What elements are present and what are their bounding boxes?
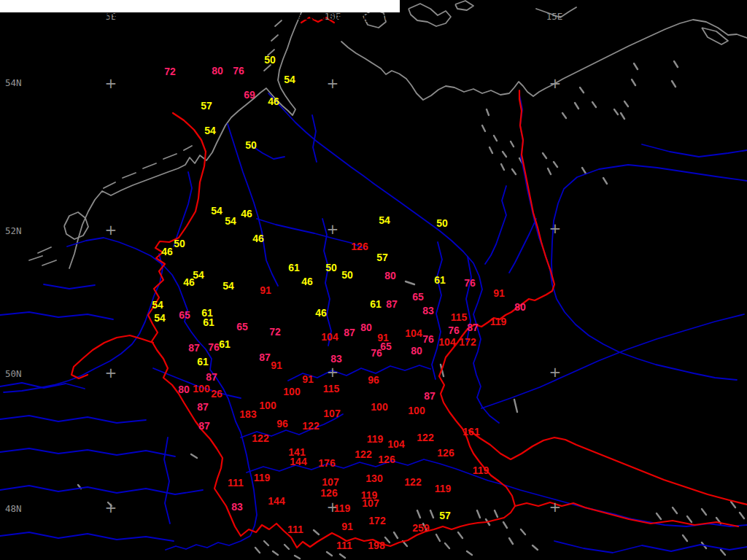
- station-gust-value: 119: [334, 504, 351, 513]
- station-gust-value: 46: [252, 234, 264, 243]
- station-gust-value: 122: [417, 433, 433, 442]
- station-gust-value: 69: [244, 90, 255, 99]
- grid-cross-icon: +: [549, 76, 562, 90]
- station-gust-value: 61: [434, 276, 446, 284]
- station-gust-value: 87: [467, 323, 479, 332]
- station-gust-value: 126: [378, 455, 395, 464]
- station-gust-value: 80: [384, 271, 396, 280]
- station-gust-value: 50: [325, 263, 337, 272]
- grid-cross-icon: +: [105, 365, 117, 380]
- station-gust-value: 61: [197, 357, 209, 366]
- station-gust-value: 50: [341, 271, 353, 279]
- station-gust-value: 46: [268, 97, 279, 106]
- latitude-label: 54N: [5, 77, 22, 88]
- station-gust-value: 176: [318, 459, 335, 467]
- station-gust-value: 54: [284, 75, 295, 84]
- grid-cross-icon: +: [549, 221, 562, 236]
- station-gust-value: 96: [368, 376, 379, 384]
- station-gust-value: 100: [283, 387, 300, 396]
- station-gust-value: 83: [231, 502, 243, 511]
- station-gust-value: 100: [259, 401, 276, 410]
- station-gust-value: 107: [362, 499, 379, 508]
- station-gust-value: 80: [411, 346, 422, 355]
- station-gust-value: 87: [198, 421, 210, 430]
- station-gust-value: 46: [315, 308, 327, 317]
- grid-cross-icon: +: [327, 76, 339, 90]
- station-gust-value: 111: [336, 541, 352, 550]
- station-gust-value: 46: [241, 209, 252, 218]
- station-gust-value: 172: [459, 338, 476, 346]
- station-gust-value: 26: [211, 389, 222, 398]
- station-gust-value: 83: [330, 354, 342, 363]
- station-gust-value: 172: [368, 516, 385, 525]
- station-gust-value: 80: [178, 385, 190, 394]
- grid-cross-icon: +: [105, 222, 117, 237]
- station-gust-value: 198: [368, 541, 384, 550]
- station-gust-value: 87: [344, 328, 355, 337]
- station-gust-value: 61: [370, 300, 382, 308]
- station-gust-value: 46: [301, 277, 313, 286]
- grid-cross-icon: +: [327, 222, 339, 236]
- station-gust-value: 87: [206, 373, 217, 381]
- station-gust-value: 72: [269, 327, 281, 336]
- station-gust-value: 61: [219, 340, 231, 349]
- grid-cross-icon: +: [549, 365, 562, 379]
- station-gust-value: 122: [302, 421, 319, 430]
- station-gust-value: 54: [211, 206, 222, 215]
- station-gust-value: 104: [438, 338, 455, 346]
- station-gust-value: 46: [161, 247, 173, 256]
- grid-cross-icon: +: [105, 500, 117, 515]
- station-gust-value: 46: [183, 278, 195, 287]
- weather-map: SON 26.12.99 18:00 UTC Bodenwettermeldun…: [0, 0, 747, 560]
- map-title: SON 26.12.99 18:00 UTC Bodenwettermeldun…: [12, 11, 396, 22]
- station-gust-value: 54: [152, 300, 163, 309]
- station-gust-value: 91: [341, 522, 353, 531]
- station-gust-value: 57: [201, 101, 212, 110]
- station-gust-value: 80: [212, 66, 223, 75]
- station-gust-value: 104: [321, 332, 338, 341]
- station-gust-value: 72: [164, 67, 176, 76]
- grid-cross-icon: +: [105, 76, 117, 90]
- station-gust-value: 76: [464, 279, 476, 287]
- station-gust-value: 87: [259, 353, 271, 362]
- station-gust-value: 50: [436, 219, 448, 228]
- station-gust-value: 65: [412, 292, 424, 301]
- station-gust-value: 100: [408, 406, 425, 415]
- station-gust-value: 76: [448, 326, 460, 335]
- station-gust-value: 54: [204, 126, 216, 135]
- station-gust-value: 122: [252, 434, 268, 443]
- station-gust-value: 80: [514, 303, 526, 311]
- station-gust-value: 126: [320, 489, 337, 497]
- station-gust-value: 54: [222, 281, 234, 290]
- station-gust-value: 161: [462, 427, 479, 436]
- coastline-layer: [29, 0, 747, 268]
- station-gust-value: 115: [323, 384, 340, 393]
- station-gust-value: 122: [404, 478, 421, 486]
- station-gust-value: 111: [228, 478, 244, 487]
- station-gust-value: 76: [371, 349, 382, 357]
- grid-cross-icon: +: [327, 365, 339, 379]
- station-gust-value: 126: [351, 242, 368, 251]
- station-gust-value: 87: [197, 402, 209, 411]
- station-gust-value: 50: [174, 239, 185, 248]
- station-gust-value: 100: [193, 384, 209, 393]
- station-gust-value: 100: [371, 402, 387, 411]
- station-gust-value: 104: [405, 329, 422, 338]
- title-bar: SON 26.12.99 18:00 UTC Bodenwettermeldun…: [0, 0, 400, 12]
- station-gust-value: 122: [355, 450, 371, 459]
- latitude-label: 52N: [5, 225, 22, 236]
- latitude-label: 48N: [5, 503, 22, 514]
- station-gust-value: 119: [490, 317, 507, 326]
- station-gust-value: 119: [473, 466, 489, 475]
- station-gust-value: 91: [302, 375, 314, 384]
- station-gust-value: 107: [322, 478, 338, 486]
- station-gust-value: 54: [154, 314, 166, 322]
- station-gust-value: 57: [376, 253, 388, 262]
- station-gust-value: 111: [287, 525, 303, 534]
- station-gust-value: 183: [239, 410, 256, 419]
- station-gust-value: 65: [236, 322, 248, 331]
- station-gust-value: 87: [188, 343, 200, 352]
- station-gust-value: 50: [264, 55, 276, 64]
- station-gust-value: 76: [233, 66, 244, 75]
- station-gust-value: 87: [386, 300, 398, 308]
